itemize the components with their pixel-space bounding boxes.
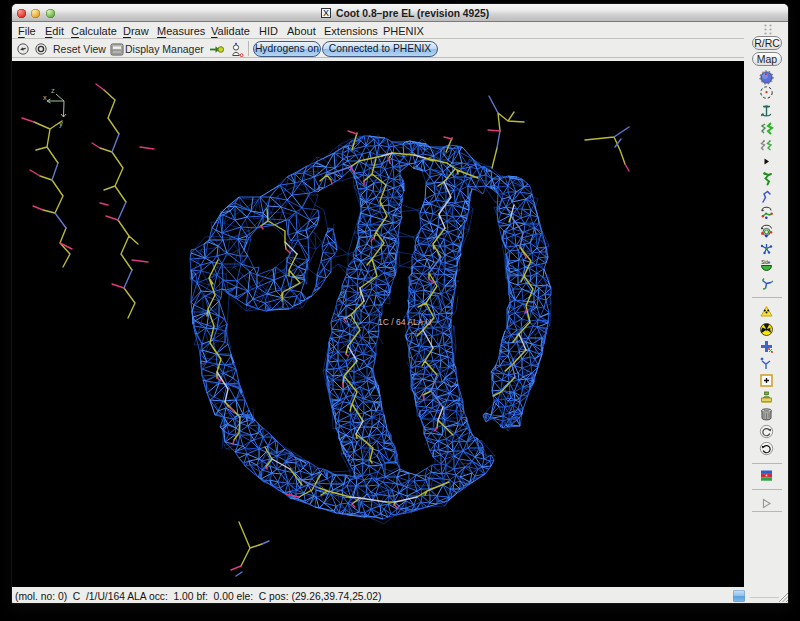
svg-text:Side: Side — [761, 260, 771, 265]
svg-text:x: x — [43, 93, 47, 102]
svg-text:1C / 64 ALA U: 1C / 64 ALA U — [378, 317, 431, 327]
svg-text:y: y — [59, 119, 63, 128]
svg-text:z: z — [51, 86, 55, 95]
